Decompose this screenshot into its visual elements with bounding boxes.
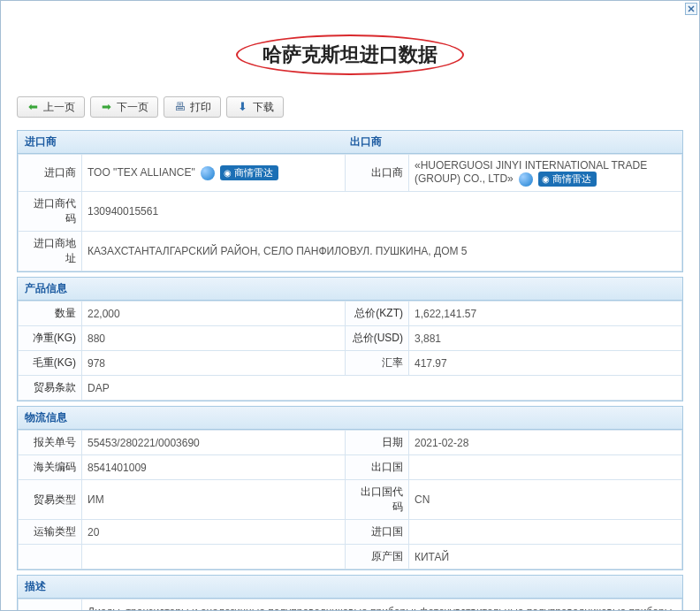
label-qty: 数量 xyxy=(19,302,82,326)
button-label: 下一页 xyxy=(117,100,148,115)
content-area: 哈萨克斯坦进口数据 ⬅ 上一页 ➡ 下一页 🖶 打印 ⬇ 下载 进口商 xyxy=(1,1,699,611)
value-hs-code: 8541401009 xyxy=(82,455,346,480)
table-row: 贸易条款 DAP xyxy=(19,376,682,401)
value-trade-type: ИМ xyxy=(82,480,346,520)
page-title-wrap: 哈萨克斯坦进口数据 xyxy=(17,34,683,75)
page-title: 哈萨克斯坦进口数据 xyxy=(236,34,464,75)
download-button[interactable]: ⬇ 下载 xyxy=(226,96,284,118)
radar-badge[interactable]: 商情雷达 xyxy=(538,172,597,187)
table-row: 数量 22,000 总价(KZT) 1,622,141.57 xyxy=(19,302,682,326)
globe-icon[interactable] xyxy=(519,172,533,187)
label-prod-desc: 产品描述 xyxy=(19,600,82,612)
value-export-country xyxy=(409,455,682,480)
arrow-left-icon: ⬅ xyxy=(27,101,39,113)
button-label: 上一页 xyxy=(43,100,75,115)
logistics-panel: 物流信息 报关单号 55453/280221/0003690 日期 2021-0… xyxy=(17,406,683,570)
label-total-usd: 总价(USD) xyxy=(346,326,409,351)
next-page-button[interactable]: ➡ 下一页 xyxy=(90,96,158,118)
label-gross: 毛重(KG) xyxy=(19,351,82,376)
value-importer: TOO "TEX ALLIANCE" 商情雷达 xyxy=(82,155,346,192)
value-origin-country: КИТАЙ xyxy=(409,545,682,569)
label-importer-code: 进口商代码 xyxy=(19,192,82,232)
label-importer-addr: 进口商地址 xyxy=(19,232,82,271)
label-total-kzt: 总价(KZT) xyxy=(346,302,409,326)
print-button[interactable]: 🖶 打印 xyxy=(164,96,221,118)
value-net: 880 xyxy=(82,326,346,351)
table-row: 海关编码 8541401009 出口国 xyxy=(19,455,682,480)
download-icon: ⬇ xyxy=(236,101,248,113)
table-row: 贸易类型 ИМ 出口国代码 CN xyxy=(19,480,682,520)
detail-window: 哈萨克斯坦进口数据 ⬅ 上一页 ➡ 下一页 🖶 打印 ⬇ 下载 进口商 xyxy=(0,0,700,611)
logistics-header: 物流信息 xyxy=(25,410,675,425)
label-rate: 汇率 xyxy=(346,351,409,376)
product-panel: 产品信息 数量 22,000 总价(KZT) 1,622,141.57 净重(K… xyxy=(17,277,683,401)
description-panel-header: 描述 xyxy=(18,576,682,599)
value-total-kzt: 1,622,141.57 xyxy=(409,302,682,326)
arrow-right-icon: ➡ xyxy=(100,101,112,113)
value-rate: 417.97 xyxy=(409,351,682,376)
product-header: 产品信息 xyxy=(25,281,675,296)
value-export-country-code: CN xyxy=(409,480,682,520)
table-row: 进口商地址 КАЗАХСТАНТАЛГАРСКИЙ РАЙОН, СЕЛО ПА… xyxy=(19,232,682,271)
radar-label: 商情雷达 xyxy=(234,166,273,179)
value-exporter: «HUOERGUOSI JINYI INTERNATIONAL TRADE (G… xyxy=(409,155,682,192)
label-export-country-code: 出口国代码 xyxy=(346,480,409,520)
close-icon[interactable] xyxy=(685,3,697,15)
label-exporter: 出口商 xyxy=(346,155,409,192)
label-hs-code: 海关编码 xyxy=(19,455,82,480)
label-net: 净重(KG) xyxy=(19,326,82,351)
value-prod-desc: Диоды, транзисторы и аналогичные полупро… xyxy=(82,600,682,612)
value-gross: 978 xyxy=(82,351,346,376)
logistics-panel-header: 物流信息 xyxy=(18,407,682,430)
label-importer: 进口商 xyxy=(19,155,82,192)
button-label: 打印 xyxy=(190,100,211,115)
label-export-country: 出口国 xyxy=(346,455,409,480)
parties-panel-header: 进口商 出口商 xyxy=(18,131,682,154)
label-import-country: 进口国 xyxy=(346,520,409,545)
table-row: 产品描述 Диоды, транзисторы и аналогичные по… xyxy=(19,600,682,612)
importer-header: 进口商 xyxy=(25,134,350,149)
value-decl-no: 55453/280221/0003690 xyxy=(82,431,346,455)
value-total-usd: 3,881 xyxy=(409,326,682,351)
table-row: 报关单号 55453/280221/0003690 日期 2021-02-28 xyxy=(19,431,682,455)
prev-page-button[interactable]: ⬅ 上一页 xyxy=(17,96,85,118)
value-qty: 22,000 xyxy=(82,302,346,326)
value-import-country xyxy=(409,520,682,545)
value-empty xyxy=(82,545,346,569)
value-importer-addr: КАЗАХСТАНТАЛГАРСКИЙ РАЙОН, СЕЛО ПАНФИЛОВ… xyxy=(82,232,682,271)
importer-name: TOO "TEX ALLIANCE" xyxy=(88,166,195,179)
value-importer-code: 130940015561 xyxy=(82,192,682,232)
label-decl-no: 报关单号 xyxy=(19,431,82,455)
description-header: 描述 xyxy=(25,579,675,594)
label-trade-type: 贸易类型 xyxy=(19,480,82,520)
table-row: 进口商代码 130940015561 xyxy=(19,192,682,232)
label-empty xyxy=(19,545,82,569)
exporter-header: 出口商 xyxy=(350,134,675,149)
label-origin-country: 原产国 xyxy=(346,545,409,569)
description-table: 产品描述 Диоды, транзисторы и аналогичные по… xyxy=(18,599,682,611)
radar-badge[interactable]: 商情雷达 xyxy=(220,165,278,180)
table-row: 原产国 КИТАЙ xyxy=(19,545,682,569)
label-terms: 贸易条款 xyxy=(19,376,82,401)
parties-table: 进口商 TOO "TEX ALLIANCE" 商情雷达 出口商 «HUOERGU… xyxy=(18,154,682,271)
product-panel-header: 产品信息 xyxy=(18,278,682,301)
radar-label: 商情雷达 xyxy=(552,172,591,186)
globe-icon[interactable] xyxy=(201,166,215,180)
parties-panel: 进口商 出口商 进口商 TOO "TEX ALLIANCE" 商情雷达 出口商 … xyxy=(17,130,683,272)
table-row: 净重(KG) 880 总价(USD) 3,881 xyxy=(19,326,682,351)
printer-icon: 🖶 xyxy=(173,101,186,113)
label-date: 日期 xyxy=(346,431,409,455)
table-row: 进口商 TOO "TEX ALLIANCE" 商情雷达 出口商 «HUOERGU… xyxy=(19,155,682,192)
toolbar: ⬅ 上一页 ➡ 下一页 🖶 打印 ⬇ 下载 xyxy=(17,96,683,118)
button-label: 下载 xyxy=(253,100,274,115)
value-transport-type: 20 xyxy=(82,520,346,545)
description-panel: 描述 产品描述 Диоды, транзисторы и аналогичные… xyxy=(17,575,683,611)
table-row: 毛重(KG) 978 汇率 417.97 xyxy=(19,351,682,376)
product-table: 数量 22,000 总价(KZT) 1,622,141.57 净重(KG) 88… xyxy=(18,301,682,401)
table-row: 运输类型 20 进口国 xyxy=(19,520,682,545)
logistics-table: 报关单号 55453/280221/0003690 日期 2021-02-28 … xyxy=(18,430,682,569)
value-date: 2021-02-28 xyxy=(409,431,682,455)
label-transport-type: 运输类型 xyxy=(19,520,82,545)
value-terms: DAP xyxy=(82,376,682,401)
